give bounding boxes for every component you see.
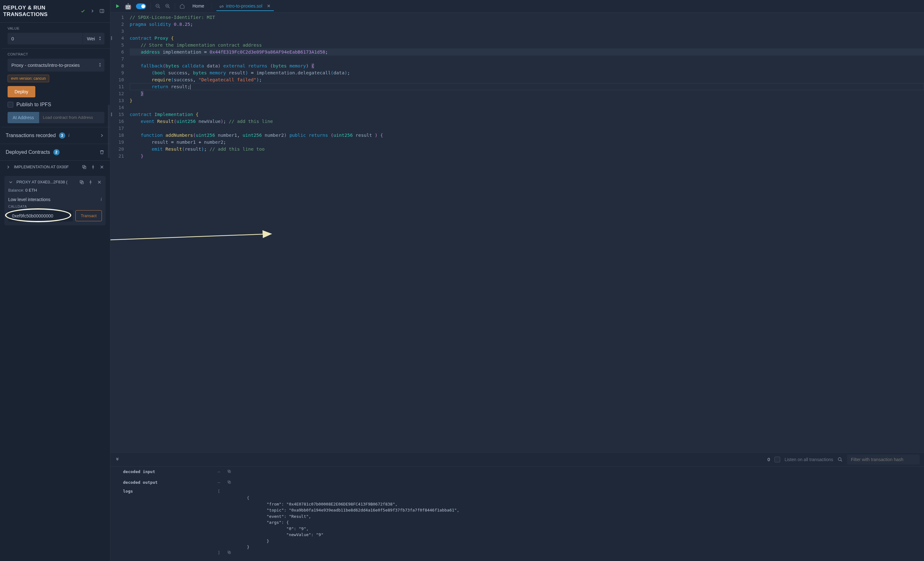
logs-label: logs bbox=[123, 489, 218, 494]
chevron-right-icon[interactable] bbox=[6, 165, 11, 169]
terminal-body[interactable]: decoded input – decoded output – logs [ … bbox=[110, 467, 924, 561]
panel-header: DEPLOY & RUN TRANSACTIONS bbox=[0, 0, 110, 23]
calldata-input[interactable] bbox=[8, 210, 73, 221]
evm-version-badge: evm version: cancun bbox=[8, 75, 49, 82]
solidity-icon: ᔕ bbox=[220, 3, 224, 9]
copy-icon[interactable] bbox=[79, 180, 84, 185]
dash-icon: – bbox=[218, 480, 227, 485]
svg-line-16 bbox=[841, 460, 842, 461]
contract-name: IMPLEMENTATION AT 0X00F bbox=[14, 165, 69, 169]
contract-name: PROXY AT 0X4E0...2F838 ( bbox=[16, 180, 68, 184]
scroll-indicator bbox=[108, 105, 110, 158]
contract-label: CONTRACT bbox=[8, 52, 104, 56]
value-section: VALUE Wei ▲▼ bbox=[2, 23, 110, 49]
zoom-in-icon[interactable] bbox=[165, 3, 170, 9]
line-gutter: 123 45678910111213 14 15161718192021 bbox=[110, 13, 128, 452]
copy-icon[interactable] bbox=[82, 165, 87, 169]
tx-recorded-count: 3 bbox=[59, 132, 65, 139]
log-output: { "from": "0x4E0781c07b00008E2E06DE98FC4… bbox=[227, 495, 924, 550]
copy-icon[interactable] bbox=[227, 469, 231, 474]
value-input[interactable] bbox=[8, 33, 82, 45]
pending-count: 0 bbox=[768, 457, 770, 462]
svg-line-12 bbox=[168, 7, 170, 8]
close-icon[interactable]: ✕ bbox=[267, 3, 271, 9]
editor-toolbar: 🤖 Home ᔕ intro-to-proxies.sol ✕ bbox=[110, 0, 924, 13]
proxy-contract-card: PROXY AT 0X4E0...2F838 ( Balance: 0 ETH … bbox=[4, 176, 106, 225]
close-icon[interactable] bbox=[97, 180, 102, 185]
decoded-input-label: decoded input bbox=[123, 469, 218, 474]
panel-title: DEPLOY & RUN TRANSACTIONS bbox=[3, 4, 81, 18]
deploy-button[interactable]: Deploy bbox=[8, 86, 35, 97]
filter-input[interactable] bbox=[847, 455, 920, 465]
chevron-down-icon[interactable] bbox=[8, 180, 13, 185]
panel-layout-icon[interactable] bbox=[99, 9, 104, 13]
info-icon[interactable]: i bbox=[69, 133, 70, 138]
transact-button[interactable]: Transact bbox=[75, 210, 102, 221]
close-icon[interactable] bbox=[99, 165, 104, 169]
pin-icon[interactable] bbox=[88, 180, 93, 185]
calldata-label: CALLDATA bbox=[8, 205, 102, 208]
copy-icon[interactable] bbox=[227, 550, 231, 555]
dash-icon: – bbox=[218, 469, 227, 474]
at-address-button[interactable]: At Address bbox=[8, 112, 39, 123]
trash-icon[interactable] bbox=[99, 150, 104, 155]
terminal-panel: 0 Listen on all transactions decoded inp… bbox=[110, 452, 924, 561]
search-icon[interactable] bbox=[837, 457, 843, 462]
bracket-open: [ bbox=[218, 489, 227, 494]
code-body[interactable]: // SPDX-License-Identifier: MIT pragma s… bbox=[128, 13, 924, 452]
tab-home[interactable]: Home bbox=[189, 1, 207, 11]
publish-ipfs-checkbox[interactable] bbox=[8, 102, 13, 108]
deployed-contract-item[interactable]: IMPLEMENTATION AT 0X00F bbox=[0, 161, 110, 174]
decoded-output-label: decoded output bbox=[123, 480, 218, 485]
home-icon[interactable] bbox=[180, 3, 185, 9]
publish-ipfs-label: Publish to IPFS bbox=[16, 102, 51, 108]
at-address-input[interactable] bbox=[39, 112, 104, 123]
svg-point-15 bbox=[838, 458, 841, 461]
expand-icon[interactable] bbox=[115, 456, 120, 463]
deployed-count: 2 bbox=[53, 149, 60, 156]
pin-icon[interactable] bbox=[90, 165, 96, 169]
chevron-right-icon[interactable] bbox=[90, 9, 95, 13]
zoom-out-icon[interactable] bbox=[155, 3, 160, 9]
svg-line-9 bbox=[159, 7, 160, 8]
tx-recorded-label: Transactions recorded bbox=[6, 133, 56, 138]
main-area: 🤖 Home ᔕ intro-to-proxies.sol ✕ 123 4567… bbox=[110, 0, 924, 561]
code-editor[interactable]: 123 45678910111213 14 15161718192021 // … bbox=[110, 13, 924, 452]
deployed-contracts-header: Deployed Contracts 2 bbox=[0, 144, 110, 161]
listen-checkbox[interactable] bbox=[774, 457, 780, 462]
checkmark-icon[interactable] bbox=[81, 9, 86, 13]
value-label: VALUE bbox=[8, 27, 104, 30]
deployed-label: Deployed Contracts bbox=[6, 150, 50, 155]
tab-file[interactable]: ᔕ intro-to-proxies.sol ✕ bbox=[216, 1, 273, 11]
contract-select[interactable]: Proxy - contracts/intro-to-proxies ▲▼ bbox=[8, 58, 104, 72]
unit-select[interactable]: Wei ▲▼ bbox=[82, 33, 104, 45]
transactions-recorded-row[interactable]: Transactions recorded 3 i bbox=[0, 127, 110, 144]
listen-label: Listen on all transactions bbox=[784, 457, 833, 462]
balance-row: Balance: 0 ETH bbox=[8, 188, 102, 193]
copy-icon[interactable] bbox=[227, 480, 231, 485]
chevron-right-icon[interactable] bbox=[99, 133, 104, 138]
contract-section: CONTRACT Proxy - contracts/intro-to-prox… bbox=[2, 49, 110, 127]
deploy-run-panel: DEPLOY & RUN TRANSACTIONS VALUE Wei ▲▼ C… bbox=[0, 0, 110, 561]
bracket-close: ] bbox=[218, 550, 227, 555]
low-level-label: Low level interactions bbox=[8, 197, 51, 202]
info-icon[interactable]: i bbox=[100, 197, 102, 202]
robot-icon[interactable]: 🤖 bbox=[124, 3, 132, 10]
play-icon[interactable] bbox=[115, 3, 120, 9]
toggle-switch[interactable] bbox=[136, 3, 146, 9]
